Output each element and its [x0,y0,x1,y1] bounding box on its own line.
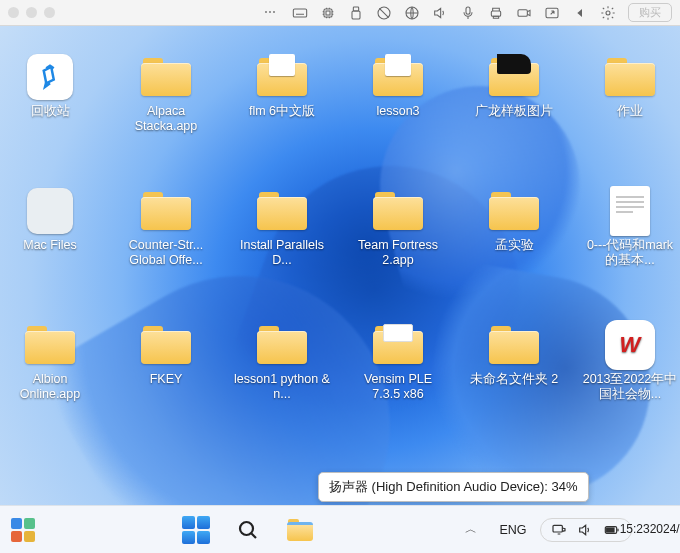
tray-overflow-button[interactable]: ︿ [456,515,486,545]
folder-icon [489,58,539,96]
volume-icon[interactable] [577,522,593,538]
icon-label: FKEY [150,372,183,387]
host-buy-button[interactable]: 购买 [628,3,672,22]
icon-label: 广龙样板图片 [475,104,553,119]
icon-label: Albion Online.app [1,372,99,402]
folder-albion-online[interactable]: Albion Online.app [0,322,100,432]
svg-rect-8 [491,11,500,16]
icon-label: 未命名文件夹 2 [470,372,558,387]
start-button[interactable] [181,515,211,545]
icon-label: 孟实验 [495,238,534,253]
clock-button[interactable]: 15:23 2024/4/4 [644,515,674,545]
icon-label: Alpaca Stacka.app [117,104,215,134]
icon-label: Vensim PLE 7.3.5 x86 [349,372,447,402]
icon-label: Mac Files [23,238,76,253]
mac-files-drive[interactable]: Mac Files [0,188,100,298]
folder-fkey[interactable]: FKEY [116,322,216,432]
folder-guanglong[interactable]: 广龙样板图片 [464,54,564,164]
file-explorer-button[interactable] [285,515,315,545]
folder-lesson3[interactable]: lesson3 [348,54,448,164]
host-toolbar: ⋯ 购买 [264,3,672,22]
wps-icon: W [605,320,655,370]
system-tray[interactable] [540,518,632,542]
icon-label: Counter-Str... Global Offe... [117,238,215,268]
folder-icon [257,326,307,364]
svg-rect-13 [553,525,562,532]
svg-rect-3 [353,7,358,11]
icon-label: 作业 [617,104,643,119]
camera-icon[interactable] [516,5,532,21]
widgets-button[interactable] [6,513,40,547]
ime-indicator[interactable]: ENG [498,515,528,545]
folder-untitled-2[interactable]: 未命名文件夹 2 [464,322,564,432]
folder-icon [373,192,423,230]
file-code-and-mark[interactable]: 0---代码和mark的基本... [580,188,680,298]
desktop[interactable]: 回收站Alpaca Stacka.appflm 6中文版lesson3广龙样板图… [0,26,680,505]
search-button[interactable] [233,515,263,545]
icon-label: lesson1 python & n... [233,372,331,402]
no-network-icon[interactable] [376,5,392,21]
folder-homework[interactable]: 作业 [580,54,680,164]
svg-rect-9 [518,9,527,16]
folder-icon [141,58,191,96]
share-screen-icon[interactable] [544,5,560,21]
traffic-max[interactable] [44,7,55,18]
traffic-close[interactable] [8,7,19,18]
traffic-lights[interactable] [8,7,55,18]
desktop-icon-grid: 回收站Alpaca Stacka.appflm 6中文版lesson3广龙样板图… [0,26,680,432]
folder-meng-experiment[interactable]: 孟实验 [464,188,564,298]
folder-icon [489,326,539,364]
prev-icon[interactable] [572,5,588,21]
icon-label: 2013至2022年中国社会物... [581,372,679,402]
text-file-icon [610,186,650,236]
icon-label: 回收站 [31,104,70,119]
svg-rect-0 [293,9,306,17]
svg-rect-1 [324,9,332,17]
folder-icon [287,519,313,541]
globe-icon[interactable] [404,5,420,21]
svg-rect-7 [466,7,470,14]
folder-icon [257,192,307,230]
search-icon [236,518,260,542]
folder-alpaca-stacka[interactable]: Alpaca Stacka.app [116,54,216,164]
folder-lesson1-python[interactable]: lesson1 python & n... [232,322,332,432]
folder-icon [25,326,75,364]
usb-icon[interactable] [348,5,364,21]
mic-icon[interactable] [460,5,476,21]
battery-icon[interactable] [603,522,621,538]
printer-icon[interactable] [488,5,504,21]
ellipsis-icon[interactable]: ⋯ [264,5,280,21]
folder-csgo[interactable]: Counter-Str... Global Offe... [116,188,216,298]
icon-label: flm 6中文版 [249,104,315,119]
recycle-bin-icon [27,54,73,100]
taskbar: ︿ ENG 15:23 2024/4/4 [0,505,680,553]
folder-vensim[interactable]: Vensim PLE 7.3.5 x86 [348,322,448,432]
traffic-min[interactable] [26,7,37,18]
keyboard-icon[interactable] [292,5,308,21]
folder-icon [489,192,539,230]
volume-tooltip: 扬声器 (High Definition Audio Device): 34% [318,472,589,502]
sound-icon[interactable] [432,5,448,21]
folder-install-parallels[interactable]: Install Parallels D... [232,188,332,298]
svg-rect-15 [607,528,614,532]
gear-icon[interactable] [600,5,616,21]
host-titlebar: ⋯ 购买 [0,0,680,26]
svg-rect-2 [326,11,330,15]
recycle-bin[interactable]: 回收站 [0,54,100,164]
folder-icon [141,326,191,364]
svg-point-12 [240,522,253,535]
drive-icon [27,188,73,234]
icon-label: Team Fortress 2.app [349,238,447,268]
icon-label: Install Parallels D... [233,238,331,268]
folder-tf2[interactable]: Team Fortress 2.app [348,188,448,298]
network-icon[interactable] [551,522,567,538]
clock-time: 15:23 [620,523,650,536]
svg-rect-4 [352,11,360,19]
folder-icon [373,326,423,364]
cpu-icon[interactable] [320,5,336,21]
folder-icon [141,192,191,230]
folder-flm6[interactable]: flm 6中文版 [232,54,332,164]
svg-point-11 [606,11,610,15]
folder-icon [373,58,423,96]
file-wps-2013-2022[interactable]: W2013至2022年中国社会物... [580,322,680,432]
